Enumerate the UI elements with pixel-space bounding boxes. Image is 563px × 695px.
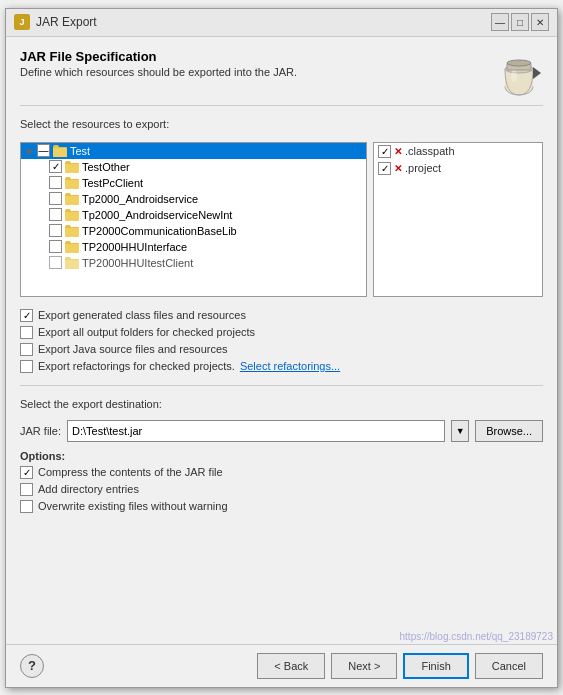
jar-file-input[interactable] (67, 420, 445, 442)
page-subtitle: Define which resources should be exporte… (20, 66, 297, 78)
folder-icon (64, 208, 80, 221)
content-area: JAR File Specification Define which reso… (6, 37, 557, 631)
right-panel-item[interactable]: ✕ .project (374, 160, 542, 177)
overwrite-checkbox[interactable] (20, 500, 33, 513)
tree-item-label: Test (70, 145, 90, 157)
jar-export-window: J JAR Export — □ ✕ JAR File Specificatio… (5, 8, 558, 688)
tree-checkbox[interactable] (49, 224, 62, 237)
expander-icon (35, 192, 49, 206)
select-refactorings-link[interactable]: Select refactorings... (240, 360, 340, 372)
svg-rect-14 (65, 260, 79, 269)
tree-item[interactable]: Tp2000_Androidservice (21, 191, 366, 207)
expander-icon (35, 208, 49, 222)
folder-icon (52, 144, 68, 157)
overwrite-label: Overwrite existing files without warning (38, 500, 228, 512)
next-button[interactable]: Next > (331, 653, 397, 679)
svg-rect-10 (65, 196, 79, 205)
export-class-files-checkbox[interactable] (20, 309, 33, 322)
expander-icon (35, 176, 49, 190)
add-directory-checkbox[interactable] (20, 483, 33, 496)
tree-item[interactable]: — TP2000HHUItestClient (21, 255, 366, 271)
tree-item[interactable]: ✓ TestOther (21, 159, 366, 175)
right-panel: ✕ .classpath ✕ .project (373, 142, 543, 297)
watermark: https://blog.csdn.net/qq_23189723 (6, 631, 557, 644)
option-row: Compress the contents of the JAR file (20, 466, 543, 479)
folder-icon (64, 160, 80, 173)
tree-panel: ▶ — Test ✓ TestOther (20, 142, 367, 297)
tree-item-label: Tp2000_AndroidserviceNewInt (82, 209, 232, 221)
tree-checkbox[interactable] (49, 176, 62, 189)
finish-button[interactable]: Finish (403, 653, 468, 679)
header-area: JAR File Specification Define which reso… (20, 49, 543, 106)
title-bar: J JAR Export — □ ✕ (6, 9, 557, 37)
export-output-folders-checkbox[interactable] (20, 326, 33, 339)
export-option-row: Export Java source files and resources (20, 343, 543, 356)
right-panel-item[interactable]: ✕ .classpath (374, 143, 542, 160)
checkbox-classpath[interactable] (378, 145, 391, 158)
help-button[interactable]: ? (20, 654, 44, 678)
window-title: JAR Export (36, 15, 97, 29)
folder-icon (64, 240, 80, 253)
option-row: Overwrite existing files without warning (20, 500, 543, 513)
tree-item[interactable]: Tp2000_AndroidserviceNewInt (21, 207, 366, 223)
title-bar-left: J JAR Export (14, 14, 97, 30)
destination-section: Select the export destination: JAR file:… (20, 398, 543, 442)
tree-item[interactable]: TestPcClient (21, 175, 366, 191)
tree-checkbox[interactable] (49, 208, 62, 221)
tree-item-label: TP2000HHUInterface (82, 241, 187, 253)
export-java-source-checkbox[interactable] (20, 343, 33, 356)
tree-scroll[interactable]: ▶ — Test ✓ TestOther (21, 143, 366, 296)
compress-checkbox[interactable] (20, 466, 33, 479)
folder-icon (64, 192, 80, 205)
back-button[interactable]: < Back (257, 653, 325, 679)
cancel-button[interactable]: Cancel (475, 653, 543, 679)
destination-label: Select the export destination: (20, 398, 543, 410)
export-options: Export generated class files and resourc… (20, 309, 543, 373)
svg-point-4 (507, 60, 531, 66)
checkbox-project[interactable] (378, 162, 391, 175)
tree-checkbox[interactable]: ✓ (49, 160, 62, 173)
add-directory-label: Add directory entries (38, 483, 139, 495)
resources-label: Select the resources to export: (20, 118, 543, 130)
button-bar: ? < Back Next > Finish Cancel (6, 644, 557, 687)
tree-item[interactable]: TP2000HHUInterface (21, 239, 366, 255)
jar-icon: J (14, 14, 30, 30)
maximize-button[interactable]: □ (511, 13, 529, 31)
tree-checkbox[interactable]: — (49, 256, 62, 269)
header-text: JAR File Specification Define which reso… (20, 49, 297, 84)
dropdown-button[interactable]: ▼ (451, 420, 469, 442)
tree-checkbox[interactable]: — (37, 144, 50, 157)
export-option-row: Export all output folders for checked pr… (20, 326, 543, 339)
nav-buttons: < Back Next > Finish Cancel (257, 653, 543, 679)
expander-icon (35, 256, 49, 270)
option-row: Add directory entries (20, 483, 543, 496)
classpath-label: .classpath (405, 145, 455, 157)
export-refactorings-checkbox[interactable] (20, 360, 33, 373)
x-icon: ✕ (394, 146, 402, 157)
folder-icon (64, 256, 80, 269)
svg-rect-12 (65, 228, 79, 237)
tree-checkbox[interactable] (49, 240, 62, 253)
x-icon: ✕ (394, 163, 402, 174)
svg-rect-9 (65, 180, 79, 189)
close-button[interactable]: ✕ (531, 13, 549, 31)
export-output-folders-label: Export all output folders for checked pr… (38, 326, 255, 338)
compress-label: Compress the contents of the JAR file (38, 466, 223, 478)
tree-item-label: Tp2000_Androidservice (82, 193, 198, 205)
title-bar-controls: — □ ✕ (491, 13, 549, 31)
expander-icon: ▶ (23, 144, 37, 158)
export-option-row: Export refactorings for checked projects… (20, 360, 543, 373)
jar-graphic (495, 49, 543, 97)
jar-row: JAR file: ▼ Browse... (20, 420, 543, 442)
options-label: Options: (20, 450, 543, 462)
tree-checkbox[interactable] (49, 192, 62, 205)
tree-item[interactable]: ▶ — Test (21, 143, 366, 159)
svg-rect-7 (53, 148, 67, 157)
minimize-button[interactable]: — (491, 13, 509, 31)
tree-item-label: TP2000CommunicationBaseLib (82, 225, 237, 237)
svg-point-5 (511, 70, 517, 82)
browse-button[interactable]: Browse... (475, 420, 543, 442)
export-java-source-label: Export Java source files and resources (38, 343, 228, 355)
tree-item[interactable]: TP2000CommunicationBaseLib (21, 223, 366, 239)
expander-icon (35, 240, 49, 254)
